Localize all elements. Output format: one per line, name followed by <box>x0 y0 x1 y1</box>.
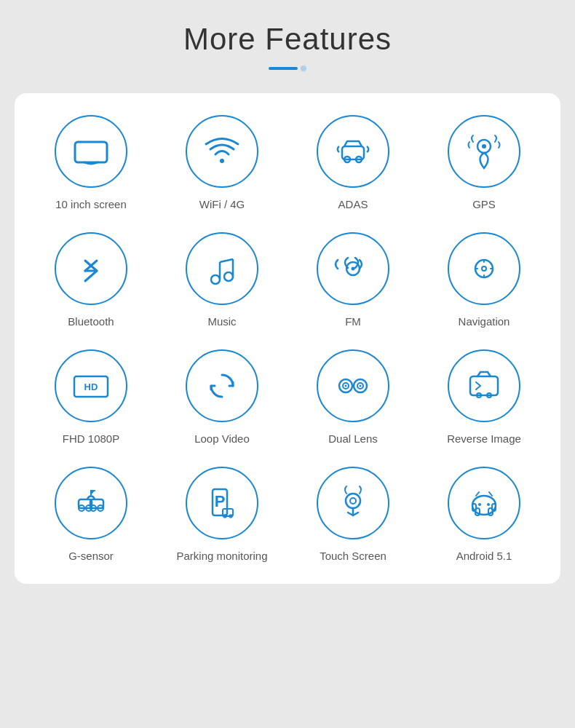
feature-item-reverse: Reverse Image <box>422 349 546 445</box>
svg-point-1 <box>220 159 224 163</box>
svg-text:P: P <box>215 492 226 510</box>
parking-label: Parking monitoring <box>176 550 267 562</box>
navigation-icon <box>448 232 520 305</box>
duallens-icon <box>317 349 389 422</box>
feature-item-gsensor: G-sensor <box>29 467 153 562</box>
screen-icon <box>55 115 127 188</box>
bluetooth-label: Bluetooth <box>68 315 114 328</box>
svg-point-23 <box>360 385 362 387</box>
feature-item-duallens: Dual Lens <box>291 349 415 445</box>
screen-label: 10 inch screen <box>55 198 127 210</box>
svg-point-42 <box>487 503 490 506</box>
feature-item-adas: ADAS <box>291 115 415 210</box>
features-grid: 10 inch screenWiFi / 4GADASGPSBluetoothM… <box>15 93 560 584</box>
svg-point-41 <box>478 503 481 506</box>
parking-icon: P <box>186 467 258 539</box>
fm-label: FM <box>345 315 361 328</box>
svg-text:HD: HD <box>84 381 98 392</box>
gsensor-icon <box>55 467 127 539</box>
feature-item-music: Music <box>160 232 284 328</box>
feature-item-touchscreen: Touch Screen <box>291 467 415 562</box>
feature-item-loop: Loop Video <box>160 349 284 445</box>
reverse-icon <box>448 349 520 422</box>
feature-item-android: Android 5.1 <box>422 467 546 562</box>
gsensor-label: G-sensor <box>68 550 114 562</box>
svg-point-20 <box>345 385 347 387</box>
loop-label: Loop Video <box>194 432 250 445</box>
svg-point-39 <box>350 498 356 504</box>
feature-item-fm: FM <box>291 232 415 328</box>
svg-rect-0 <box>75 142 107 162</box>
feature-item-parking: PParking monitoring <box>160 467 284 562</box>
navigation-label: Navigation <box>459 315 510 328</box>
feature-item-gps: GPS <box>422 115 546 210</box>
svg-point-8 <box>211 275 220 284</box>
feature-item-navigation: Navigation <box>422 232 546 328</box>
music-icon <box>186 232 258 305</box>
wifi-label: WiFi / 4G <box>199 198 245 210</box>
duallens-label: Dual Lens <box>328 432 378 445</box>
adas-label: ADAS <box>338 198 368 210</box>
svg-point-6 <box>482 144 486 149</box>
adas-icon <box>317 115 389 188</box>
fhd-label: FHD 1080P <box>63 432 119 445</box>
fm-icon <box>317 232 389 305</box>
svg-point-9 <box>224 272 233 281</box>
svg-point-38 <box>346 494 360 508</box>
title-decoration <box>269 66 306 71</box>
android-label: Android 5.1 <box>456 550 512 562</box>
fhd-icon: HD <box>55 349 127 422</box>
feature-item-screen: 10 inch screen <box>29 115 153 210</box>
reverse-label: Reverse Image <box>447 432 521 445</box>
page-title: More Features <box>183 22 392 57</box>
android-icon <box>448 467 520 539</box>
feature-item-fhd: HDFHD 1080P <box>29 349 153 445</box>
loop-icon <box>186 349 258 422</box>
gps-icon <box>448 115 520 188</box>
touchscreen-label: Touch Screen <box>320 550 386 562</box>
wifi-icon <box>186 115 258 188</box>
svg-point-13 <box>352 267 355 271</box>
svg-point-15 <box>482 266 486 271</box>
bluetooth-icon <box>55 232 127 305</box>
gps-label: GPS <box>472 198 496 210</box>
feature-item-wifi: WiFi / 4G <box>160 115 284 210</box>
svg-rect-24 <box>470 376 498 395</box>
touchscreen-icon <box>317 467 389 539</box>
feature-item-bluetooth: Bluetooth <box>29 232 153 328</box>
music-label: Music <box>207 315 236 328</box>
